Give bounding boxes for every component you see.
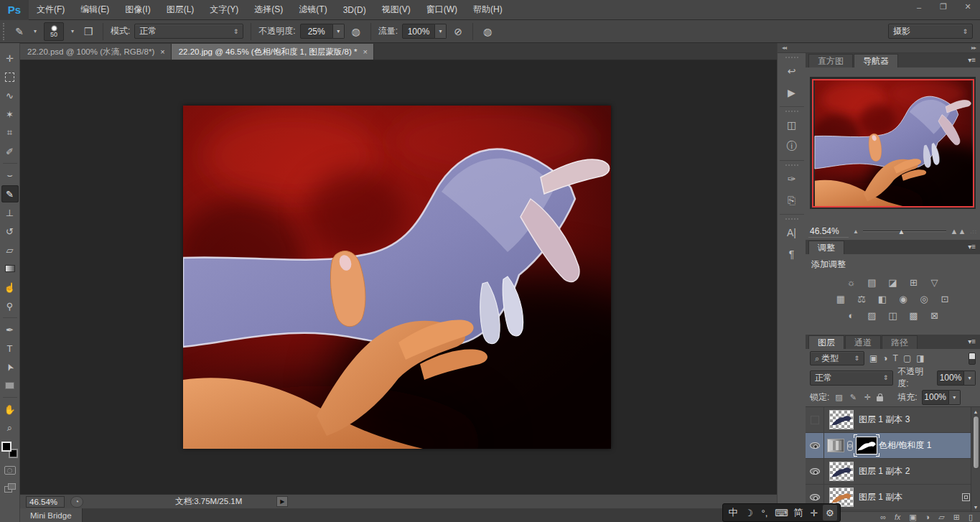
hand-tool[interactable]: ✋ (1, 401, 19, 418)
canvas-pasteboard[interactable] (20, 60, 777, 494)
properties-panel-icon[interactable]: ◫ (782, 116, 802, 134)
posterize-icon[interactable]: ▨ (864, 309, 880, 322)
character-panel-icon[interactable]: A| (782, 223, 802, 242)
scroll-down-icon[interactable]: ▼ (974, 503, 979, 511)
layer-name[interactable]: 图层 1 副本 3 (859, 414, 910, 426)
close-tab-icon[interactable]: × (160, 47, 164, 56)
layer-thumbnail[interactable] (829, 410, 854, 429)
blend-mode-select[interactable]: 正常 ⇕ (134, 24, 243, 39)
pressure-opacity-icon[interactable]: ◍ (349, 26, 363, 37)
zoom-out-icon[interactable]: ▲ (853, 228, 859, 235)
lock-all-icon[interactable] (877, 396, 883, 401)
gradient-tool[interactable] (1, 260, 19, 277)
menu-type[interactable]: 文字(Y) (202, 0, 246, 20)
menu-select[interactable]: 选择(S) (246, 0, 291, 20)
canvas-image[interactable] (183, 106, 611, 449)
panel-resize-grip[interactable]: .:: (970, 228, 977, 235)
ime-charset-icon[interactable]: 简 (791, 505, 806, 521)
ime-language-mode[interactable]: 中 (726, 505, 740, 521)
new-adjustment-layer-button[interactable]: ◑ (925, 513, 930, 521)
layer-name[interactable]: 图层 1 副本 (859, 491, 902, 503)
menu-3d[interactable]: 3D(D) (335, 0, 374, 20)
navigator-preview[interactable] (810, 77, 976, 209)
history-brush-tool[interactable]: ↺ (1, 223, 19, 240)
filter-smart-objects-icon[interactable]: ◨ (916, 353, 924, 363)
status-expand-button[interactable]: ▶ (276, 496, 288, 507)
rectangle-tool[interactable] (1, 377, 19, 394)
ime-softkeyboard-icon[interactable]: ⌨ (773, 505, 790, 521)
info-panel-icon[interactable]: ⓘ (782, 137, 802, 156)
lock-position-icon[interactable]: ✛ (862, 393, 872, 402)
crop-tool[interactable]: ⌗ (1, 124, 19, 141)
paragraph-panel-icon[interactable]: ¶ (782, 245, 802, 264)
pressure-size-icon[interactable]: ◍ (480, 26, 495, 37)
vibrance-icon[interactable]: ▽ (927, 276, 943, 289)
panel-menu-icon[interactable]: ▾≡ (968, 337, 976, 345)
flow-caret-icon[interactable]: ▾ (435, 24, 447, 39)
actions-panel-icon[interactable]: ▶ (782, 83, 802, 102)
zoom-in-icon[interactable]: ▲▲ (951, 227, 966, 236)
layer-fill-field[interactable]: 100% ▾ (922, 390, 961, 405)
panel-menu-icon[interactable]: ▾≡ (968, 56, 976, 64)
restore-button[interactable]: ❐ (931, 0, 956, 14)
tab-navigator[interactable]: 导航器 (854, 54, 898, 67)
menu-filter[interactable]: 滤镜(T) (291, 0, 335, 20)
flow-value[interactable]: 100% (402, 24, 435, 39)
exposure-icon[interactable]: ⊞ (906, 276, 922, 289)
channel-mixer-icon[interactable]: ◎ (916, 293, 932, 305)
brightness-contrast-icon[interactable]: ☼ (844, 276, 859, 289)
quick-mask-button[interactable] (4, 466, 16, 475)
dock-grip[interactable] (785, 57, 798, 58)
layer-row-hue-saturation[interactable]: 色相/饱和度 1 (806, 433, 980, 459)
rectangular-marquee-tool[interactable] (1, 68, 19, 85)
layer-fill-caret-icon[interactable]: ▾ (949, 390, 961, 405)
navigator-zoom-slider[interactable]: ▲ (863, 226, 946, 236)
tab-layers[interactable]: 图层 (808, 335, 844, 349)
brush-presets-panel-icon[interactable]: ✑ (782, 169, 802, 188)
curves-icon[interactable]: ◪ (885, 276, 901, 289)
type-tool[interactable]: T (1, 340, 19, 357)
brush-picker-caret-icon[interactable]: ▾ (68, 28, 77, 34)
spot-healing-brush-tool[interactable]: ⌣ (1, 167, 19, 184)
layer-style-button[interactable]: fx (895, 513, 900, 521)
clone-stamp-tool[interactable]: ⊥ (1, 204, 19, 221)
brush-tool-icon[interactable]: ✎ (12, 26, 27, 37)
ime-punctuation-icon[interactable]: °, (757, 505, 772, 521)
ime-wrench-icon[interactable]: ⚙ (823, 505, 837, 521)
tab-paths[interactable]: 路径 (882, 335, 918, 349)
filter-switch[interactable] (969, 353, 976, 365)
path-selection-tool[interactable]: ➤ (1, 358, 19, 376)
layer-opacity-caret-icon[interactable]: ▾ (964, 370, 976, 386)
brush-tool[interactable]: ✎ (1, 185, 19, 202)
layer-thumbnail[interactable] (829, 462, 854, 481)
mini-bridge-tab[interactable]: Mini Bridge (20, 508, 83, 522)
layer-fill-value[interactable]: 100% (922, 390, 949, 405)
layer-list-scrollbar[interactable]: ▲ ▼ (971, 407, 980, 511)
airbrush-icon[interactable]: ⊘ (451, 26, 465, 37)
layer-opacity-field[interactable]: 100% ▾ (937, 370, 976, 386)
history-panel-icon[interactable]: ↩ (782, 62, 802, 80)
invert-icon[interactable]: ◐ (844, 309, 859, 322)
color-lookup-icon[interactable]: ⊡ (937, 293, 953, 305)
opacity-caret-icon[interactable]: ▾ (333, 24, 345, 39)
color-balance-icon[interactable]: ⚖ (854, 293, 869, 305)
quick-selection-tool[interactable]: ✶ (1, 106, 19, 123)
filter-shape-layers-icon[interactable]: ▢ (903, 353, 911, 363)
layer-name[interactable]: 色相/饱和度 1 (879, 439, 931, 452)
lock-paint-icon[interactable]: ✎ (848, 393, 858, 402)
layer-row-copy2[interactable]: 图层 1 副本 2 (806, 459, 980, 485)
screen-mode-button[interactable] (4, 483, 16, 493)
navigator-zoom-field[interactable]: 46.54% (808, 225, 849, 238)
pen-tool[interactable]: ✒ (1, 321, 19, 338)
tab-adjustments[interactable]: 调整 (808, 241, 844, 254)
ime-fullwidth-icon[interactable]: ☽ (742, 505, 756, 521)
close-button[interactable]: ✕ (956, 0, 980, 14)
layer-blend-mode-select[interactable]: 正常 ⇕ (810, 370, 893, 386)
adjustment-layer-icon[interactable] (827, 439, 844, 452)
opacity-field[interactable]: 25% ▾ (300, 24, 345, 39)
options-grip[interactable] (3, 23, 6, 40)
dock-grip[interactable] (785, 164, 798, 166)
ps-logo[interactable]: Ps (0, 0, 29, 20)
levels-icon[interactable]: ▤ (864, 276, 880, 289)
tool-preset-caret-icon[interactable]: ▾ (31, 28, 39, 34)
